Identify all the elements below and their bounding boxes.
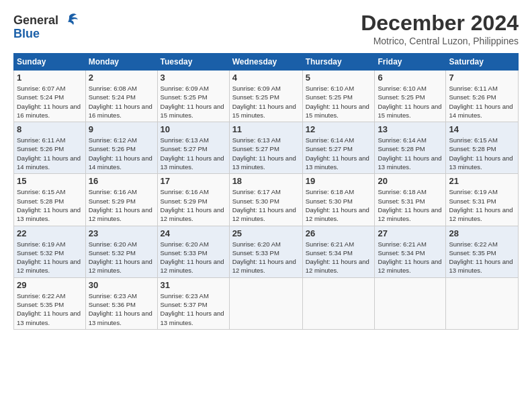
col-saturday: Saturday xyxy=(446,54,519,71)
table-row: 23Sunrise: 6:20 AMSunset: 5:32 PMDayligh… xyxy=(85,226,157,277)
day-info: Sunrise: 6:07 AMSunset: 5:24 PMDaylight:… xyxy=(17,84,83,120)
table-row: 31Sunrise: 6:23 AMSunset: 5:37 PMDayligh… xyxy=(157,277,229,329)
day-number: 28 xyxy=(449,228,515,238)
day-number: 3 xyxy=(161,73,226,83)
day-number: 16 xyxy=(89,176,154,186)
day-number: 18 xyxy=(232,176,300,186)
table-row: 16Sunrise: 6:16 AMSunset: 5:29 PMDayligh… xyxy=(85,174,157,226)
calendar-week-row: 29Sunrise: 6:22 AMSunset: 5:35 PMDayligh… xyxy=(14,277,519,329)
day-number: 22 xyxy=(17,228,83,238)
day-info: Sunrise: 6:19 AMSunset: 5:32 PMDaylight:… xyxy=(17,240,83,275)
day-number: 30 xyxy=(89,280,154,290)
col-wednesday: Wednesday xyxy=(229,54,302,71)
day-info: Sunrise: 6:14 AMSunset: 5:27 PMDaylight:… xyxy=(306,136,372,171)
day-info: Sunrise: 6:11 AMSunset: 5:26 PMDaylight:… xyxy=(449,84,515,120)
day-info: Sunrise: 6:10 AMSunset: 5:25 PMDaylight:… xyxy=(306,84,372,120)
location-title: Motrico, Central Luzon, Philippines xyxy=(361,36,519,46)
table-row: 13Sunrise: 6:14 AMSunset: 5:28 PMDayligh… xyxy=(375,122,446,174)
day-number: 4 xyxy=(232,73,300,83)
col-monday: Monday xyxy=(85,54,157,71)
calendar-week-row: 8Sunrise: 6:11 AMSunset: 5:26 PMDaylight… xyxy=(14,122,519,174)
day-number: 19 xyxy=(306,176,372,186)
day-info: Sunrise: 6:21 AMSunset: 5:34 PMDaylight:… xyxy=(306,240,372,275)
table-row: 22Sunrise: 6:19 AMSunset: 5:32 PMDayligh… xyxy=(14,226,86,277)
col-sunday: Sunday xyxy=(14,54,86,71)
table-row: 2Sunrise: 6:08 AMSunset: 5:24 PMDaylight… xyxy=(85,71,157,122)
table-row: 9Sunrise: 6:12 AMSunset: 5:26 PMDaylight… xyxy=(85,122,157,174)
table-row: 18Sunrise: 6:17 AMSunset: 5:30 PMDayligh… xyxy=(229,174,302,226)
calendar-table: Sunday Monday Tuesday Wednesday Thursday… xyxy=(13,53,519,330)
table-row xyxy=(375,277,446,329)
day-info: Sunrise: 6:23 AMSunset: 5:37 PMDaylight:… xyxy=(161,291,226,327)
table-row: 12Sunrise: 6:14 AMSunset: 5:27 PMDayligh… xyxy=(302,122,375,174)
day-number: 6 xyxy=(378,73,443,83)
table-row: 15Sunrise: 6:15 AMSunset: 5:28 PMDayligh… xyxy=(14,174,86,226)
day-number: 12 xyxy=(306,124,372,134)
day-info: Sunrise: 6:16 AMSunset: 5:29 PMDaylight:… xyxy=(89,187,154,223)
day-number: 23 xyxy=(89,228,154,238)
day-info: Sunrise: 6:20 AMSunset: 5:33 PMDaylight:… xyxy=(161,240,226,275)
day-info: Sunrise: 6:20 AMSunset: 5:33 PMDaylight:… xyxy=(232,240,300,275)
day-number: 29 xyxy=(17,280,83,290)
calendar-week-row: 1Sunrise: 6:07 AMSunset: 5:24 PMDaylight… xyxy=(14,71,519,122)
table-row: 10Sunrise: 6:13 AMSunset: 5:27 PMDayligh… xyxy=(157,122,229,174)
title-block: December 2024 Motrico, Central Luzon, Ph… xyxy=(361,11,519,46)
logo-general: General xyxy=(13,13,58,28)
page-container: General Blue December 2024 Motrico, Cent… xyxy=(0,0,532,336)
day-info: Sunrise: 6:19 AMSunset: 5:31 PMDaylight:… xyxy=(449,187,515,223)
day-info: Sunrise: 6:11 AMSunset: 5:26 PMDaylight:… xyxy=(17,136,83,171)
table-row: 19Sunrise: 6:18 AMSunset: 5:30 PMDayligh… xyxy=(302,174,375,226)
table-row: 14Sunrise: 6:15 AMSunset: 5:28 PMDayligh… xyxy=(446,122,519,174)
day-number: 14 xyxy=(449,124,515,134)
month-title: December 2024 xyxy=(361,11,519,36)
col-thursday: Thursday xyxy=(302,54,375,71)
table-row xyxy=(302,277,375,329)
day-number: 21 xyxy=(449,176,515,186)
table-row: 21Sunrise: 6:19 AMSunset: 5:31 PMDayligh… xyxy=(446,174,519,226)
day-info: Sunrise: 6:16 AMSunset: 5:29 PMDaylight:… xyxy=(161,187,226,223)
day-info: Sunrise: 6:22 AMSunset: 5:35 PMDaylight:… xyxy=(17,291,83,327)
logo: General Blue xyxy=(13,11,79,41)
day-number: 20 xyxy=(378,176,443,186)
table-row: 28Sunrise: 6:22 AMSunset: 5:35 PMDayligh… xyxy=(446,226,519,277)
table-row xyxy=(446,277,519,329)
day-info: Sunrise: 6:08 AMSunset: 5:24 PMDaylight:… xyxy=(89,84,154,120)
day-number: 10 xyxy=(161,124,226,134)
table-row: 27Sunrise: 6:21 AMSunset: 5:34 PMDayligh… xyxy=(375,226,446,277)
calendar-week-row: 15Sunrise: 6:15 AMSunset: 5:28 PMDayligh… xyxy=(14,174,519,226)
day-number: 5 xyxy=(306,73,372,83)
day-info: Sunrise: 6:09 AMSunset: 5:25 PMDaylight:… xyxy=(161,84,226,120)
day-info: Sunrise: 6:14 AMSunset: 5:28 PMDaylight:… xyxy=(378,136,443,171)
day-info: Sunrise: 6:21 AMSunset: 5:34 PMDaylight:… xyxy=(378,240,443,275)
calendar-week-row: 22Sunrise: 6:19 AMSunset: 5:32 PMDayligh… xyxy=(14,226,519,277)
day-info: Sunrise: 6:17 AMSunset: 5:30 PMDaylight:… xyxy=(232,187,300,223)
day-info: Sunrise: 6:15 AMSunset: 5:28 PMDaylight:… xyxy=(17,187,83,223)
table-row xyxy=(229,277,302,329)
table-row: 30Sunrise: 6:23 AMSunset: 5:36 PMDayligh… xyxy=(85,277,157,329)
day-number: 25 xyxy=(232,228,300,238)
day-number: 13 xyxy=(378,124,443,134)
table-row: 6Sunrise: 6:10 AMSunset: 5:25 PMDaylight… xyxy=(375,71,446,122)
table-row: 4Sunrise: 6:09 AMSunset: 5:25 PMDaylight… xyxy=(229,71,302,122)
day-info: Sunrise: 6:18 AMSunset: 5:30 PMDaylight:… xyxy=(306,187,372,223)
table-row: 8Sunrise: 6:11 AMSunset: 5:26 PMDaylight… xyxy=(14,122,86,174)
table-row: 25Sunrise: 6:20 AMSunset: 5:33 PMDayligh… xyxy=(229,226,302,277)
day-number: 9 xyxy=(89,124,154,134)
day-info: Sunrise: 6:15 AMSunset: 5:28 PMDaylight:… xyxy=(449,136,515,171)
day-info: Sunrise: 6:12 AMSunset: 5:26 PMDaylight:… xyxy=(89,136,154,171)
day-number: 24 xyxy=(161,228,226,238)
day-info: Sunrise: 6:10 AMSunset: 5:25 PMDaylight:… xyxy=(378,84,443,120)
day-info: Sunrise: 6:22 AMSunset: 5:35 PMDaylight:… xyxy=(449,240,515,275)
table-row: 1Sunrise: 6:07 AMSunset: 5:24 PMDaylight… xyxy=(14,71,86,122)
day-number: 31 xyxy=(161,280,226,290)
table-row: 26Sunrise: 6:21 AMSunset: 5:34 PMDayligh… xyxy=(302,226,375,277)
page-header: General Blue December 2024 Motrico, Cent… xyxy=(13,11,519,46)
day-number: 17 xyxy=(161,176,226,186)
table-row: 5Sunrise: 6:10 AMSunset: 5:25 PMDaylight… xyxy=(302,71,375,122)
table-row: 11Sunrise: 6:13 AMSunset: 5:27 PMDayligh… xyxy=(229,122,302,174)
day-info: Sunrise: 6:23 AMSunset: 5:36 PMDaylight:… xyxy=(89,291,154,327)
col-tuesday: Tuesday xyxy=(157,54,229,71)
table-row: 20Sunrise: 6:18 AMSunset: 5:31 PMDayligh… xyxy=(375,174,446,226)
table-row: 3Sunrise: 6:09 AMSunset: 5:25 PMDaylight… xyxy=(157,71,229,122)
day-number: 27 xyxy=(378,228,443,238)
